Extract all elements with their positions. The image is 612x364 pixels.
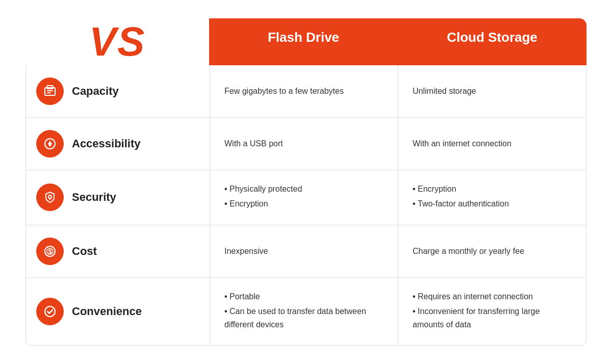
security-flash-list: Physically protected Encryption — [224, 183, 302, 213]
security-label: Security — [72, 191, 116, 204]
list-item: Encryption — [224, 197, 302, 211]
security-icon — [36, 184, 64, 211]
svg-point-5 — [49, 141, 51, 142]
list-item: Encryption — [413, 183, 509, 196]
convenience-cloud-list: Requires an internet connection Inconven… — [413, 290, 572, 333]
accessibility-label-cell: Accessibility — [26, 118, 210, 170]
comparison-table: VS Flash Drive Cloud Storage Capacity — [26, 18, 586, 346]
table-row: Capacity Few gigabytes to a few terabyte… — [26, 65, 586, 117]
list-item: Inconvenient for transferring large amou… — [413, 305, 572, 331]
vs-label: VS — [89, 18, 146, 65]
list-item: Two-factor authentication — [413, 197, 509, 211]
capacity-cloud-value: Unlimited storage — [398, 65, 586, 117]
convenience-label-cell: Convenience — [26, 278, 210, 346]
list-item: Requires an internet connection — [413, 290, 572, 303]
cost-icon: $ — [36, 238, 64, 265]
convenience-flash-value: Portable Can be used to transfer data be… — [210, 278, 398, 346]
flash-drive-header: Flash Drive — [209, 18, 398, 65]
convenience-icon — [36, 298, 64, 325]
table-row: Security Physically protected Encryption… — [26, 170, 586, 225]
security-cloud-list: Encryption Two-factor authentication — [413, 183, 509, 213]
capacity-icon — [36, 77, 64, 105]
capacity-flash-value: Few gigabytes to a few terabytes — [210, 65, 398, 117]
security-cloud-value: Encryption Two-factor authentication — [398, 170, 586, 225]
cost-label: Cost — [72, 245, 97, 258]
table-body: Capacity Few gigabytes to a few terabyte… — [26, 65, 586, 346]
cloud-storage-header: Cloud Storage — [398, 18, 586, 65]
accessibility-label: Accessibility — [72, 137, 141, 150]
list-item: Can be used to transfer data between dif… — [224, 305, 384, 331]
accessibility-cloud-value: With an internet connection — [398, 118, 586, 170]
accessibility-flash-value: With a USB port — [210, 118, 398, 170]
table-row: Accessibility With a USB port With an in… — [26, 117, 586, 170]
svg-point-11 — [45, 306, 55, 317]
table-row: $ Cost Inexpensive Charge a monthly or y… — [26, 225, 586, 277]
cost-flash-value: Inexpensive — [210, 225, 398, 277]
capacity-label-cell: Capacity — [26, 65, 210, 117]
convenience-cloud-value: Requires an internet connection Inconven… — [398, 278, 586, 346]
convenience-flash-list: Portable Can be used to transfer data be… — [224, 290, 384, 333]
table-row: Convenience Portable Can be used to tran… — [26, 277, 586, 346]
table-header: VS Flash Drive Cloud Storage — [26, 18, 586, 65]
convenience-label: Convenience — [72, 305, 142, 318]
vs-cell: VS — [26, 18, 209, 65]
security-label-cell: Security — [26, 170, 210, 225]
accessibility-icon — [36, 130, 64, 158]
capacity-label: Capacity — [72, 85, 119, 98]
list-item: Physically protected — [224, 183, 302, 196]
list-item: Portable — [224, 290, 384, 303]
security-flash-value: Physically protected Encryption — [210, 170, 398, 225]
cost-label-cell: $ Cost — [26, 225, 210, 277]
cost-cloud-value: Charge a monthly or yearly fee — [398, 225, 586, 277]
